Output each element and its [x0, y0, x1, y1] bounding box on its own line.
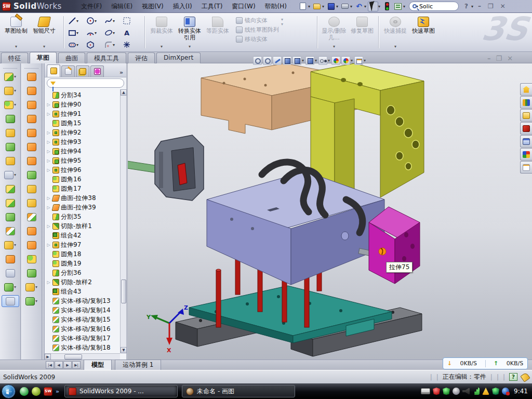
move-copy-body-icon[interactable]	[2, 225, 19, 237]
start-button[interactable]	[2, 384, 16, 398]
tree-item[interactable]: 实体-移动/复制14	[46, 305, 120, 315]
antivirus-tray-icon[interactable]	[433, 388, 440, 395]
tree-item[interactable]: 实体-移动/复制15	[46, 315, 120, 324]
restore-button[interactable]: ❐	[485, 3, 497, 10]
point-tool-button[interactable]	[121, 39, 139, 50]
line-dropdown[interactable]: ▾	[76, 19, 78, 23]
firewall-tray-icon[interactable]	[492, 388, 499, 395]
toolbar-grip[interactable]	[24, 64, 38, 69]
print-button[interactable]	[340, 2, 350, 11]
task-button[interactable]: SolidWorks 2009 - ...	[64, 385, 178, 397]
tree-expand-arrow[interactable]: ▷	[46, 149, 51, 154]
convert-entities-button[interactable]: 转换实体引用 ▾	[176, 14, 204, 50]
headsup-dropdown[interactable]: ▾	[364, 58, 366, 63]
command-tab[interactable]: 评估	[128, 52, 155, 63]
solidworks-quicklaunch-icon[interactable]: SW	[44, 387, 52, 396]
tree-item[interactable]: 实体-移动/复制18	[46, 343, 120, 352]
convert-dropdown[interactable]: ▾	[189, 44, 191, 50]
sketch-fillet-button[interactable]: +▾	[103, 39, 121, 50]
headsup-dropdown[interactable]: ▾	[302, 58, 304, 63]
headsup-dropdown[interactable]: ▾	[351, 58, 353, 63]
tree-item[interactable]: ▷ 切除-放样2	[46, 277, 120, 287]
panel-overflow-chevron[interactable]: »	[119, 69, 125, 77]
tag-icon[interactable]	[520, 372, 530, 382]
task-button[interactable]: 未命名 - 画图	[182, 385, 295, 397]
print-dropdown[interactable]: ▾	[350, 4, 352, 9]
toolbar-grip[interactable]	[3, 64, 17, 69]
ellipse-dropdown[interactable]: ▾	[113, 31, 115, 35]
tree-item[interactable]: 组合42	[46, 231, 120, 240]
tree-expand-arrow[interactable]: ▷	[46, 168, 51, 172]
feature-manager-tab[interactable]	[47, 64, 60, 77]
help-dropdown[interactable]: ▾	[471, 4, 473, 9]
appearances-icon[interactable]	[520, 148, 532, 161]
insert-part-icon[interactable]: ▾	[2, 239, 19, 251]
menu-item[interactable]: 帮助(H)	[260, 0, 291, 12]
tree-expand-arrow[interactable]: ▷	[46, 102, 51, 107]
measure-icon[interactable]	[2, 295, 19, 307]
slot-dropdown[interactable]: ▾	[76, 43, 78, 47]
rapid-sketch-button[interactable]: 快速草图	[409, 14, 437, 50]
menu-item[interactable]: 窗口(W)	[227, 0, 260, 12]
select-dropdown[interactable]: ▾	[378, 4, 380, 9]
doc-minimize-button[interactable]: –	[487, 55, 491, 62]
tree-item[interactable]: ▷ 拉伸97	[46, 240, 120, 249]
rib-icon[interactable]	[2, 183, 19, 195]
minimize-button[interactable]: –	[475, 3, 484, 10]
tree-filter-box[interactable]	[47, 78, 124, 88]
tree-item[interactable]: 圆角18	[46, 249, 120, 259]
core-icon[interactable]	[23, 267, 41, 279]
circle-tool-button[interactable]: ▾	[85, 15, 102, 26]
quicklaunch-overflow-chevron[interactable]: »	[56, 388, 59, 395]
view-orientation-icon[interactable]	[292, 56, 301, 65]
scale-icon[interactable]	[23, 169, 41, 181]
tree-expand-arrow[interactable]: ▷	[46, 205, 51, 210]
tree-expand-arrow[interactable]: ▷	[46, 280, 51, 285]
extrude-boss-icon[interactable]: ▾	[2, 71, 19, 83]
polygon-tool-button[interactable]	[85, 39, 102, 50]
tree-vertical-scrollbar[interactable]: ▲ ▼	[120, 89, 126, 353]
close-button[interactable]: ✕	[497, 3, 509, 10]
tree-item[interactable]: 分割36	[46, 268, 120, 277]
deform-icon[interactable]	[23, 127, 41, 139]
custom-properties-icon[interactable]	[520, 161, 532, 174]
solidworks-resources-icon[interactable]	[520, 83, 532, 96]
tree-item[interactable]: 实体-移动/复制16	[46, 324, 120, 334]
command-tab[interactable]: DimXpert	[156, 52, 201, 63]
new-file-button[interactable]	[298, 2, 308, 11]
headsup-dropdown[interactable]: ▾	[328, 58, 330, 63]
open-file-button[interactable]	[312, 2, 322, 11]
tree-expand-arrow[interactable]: ▷	[46, 243, 51, 247]
command-tab[interactable]: 模具工具	[87, 52, 126, 63]
property-manager-tab[interactable]	[61, 65, 75, 77]
tree-expand-arrow[interactable]: ▷	[46, 140, 51, 144]
save-dropdown[interactable]: ▾	[336, 4, 338, 9]
doc-restore-button[interactable]: ❐	[496, 55, 502, 62]
undo-button[interactable]: ↶	[354, 2, 364, 11]
toolbox-icon[interactable]	[520, 122, 532, 135]
hide-show-items-icon[interactable]	[318, 56, 327, 65]
wrap-icon[interactable]	[2, 155, 19, 167]
shut-off-surface-icon[interactable]	[23, 225, 41, 237]
parting-surface-icon[interactable]	[23, 239, 41, 251]
scroll-up-arrow[interactable]: ▲	[121, 89, 127, 96]
tree-item[interactable]: 分割35	[46, 212, 120, 221]
tree-item[interactable]: ▷ 曲面-拉伸39	[46, 203, 120, 212]
sweep-surface-icon[interactable]	[23, 99, 41, 111]
select-button[interactable]	[368, 2, 378, 11]
line-tool-button[interactable]: ▾	[66, 15, 84, 26]
rebuild-button[interactable]	[382, 2, 392, 11]
file-explorer-icon[interactable]	[520, 109, 532, 122]
headsup-dropdown[interactable]: ▾	[315, 58, 317, 63]
tree-item[interactable]: ▷ 拉伸94	[46, 147, 120, 156]
insert-mold-part-icon[interactable]: ▾	[23, 281, 41, 293]
command-tab[interactable]: 草图	[30, 52, 57, 63]
shell-icon[interactable]	[2, 127, 19, 139]
next-tab-button[interactable]: ▶	[63, 361, 72, 369]
fill-surface-icon[interactable]	[23, 155, 41, 167]
menu-item[interactable]: 插入(I)	[168, 0, 197, 12]
update-tray-icon[interactable]	[453, 388, 460, 395]
slot-tool-button[interactable]: ▾	[66, 39, 84, 50]
tree-item[interactable]: 实体-移动/复制17	[46, 334, 120, 343]
tree-item[interactable]: ▷ 拉伸92	[46, 128, 120, 137]
